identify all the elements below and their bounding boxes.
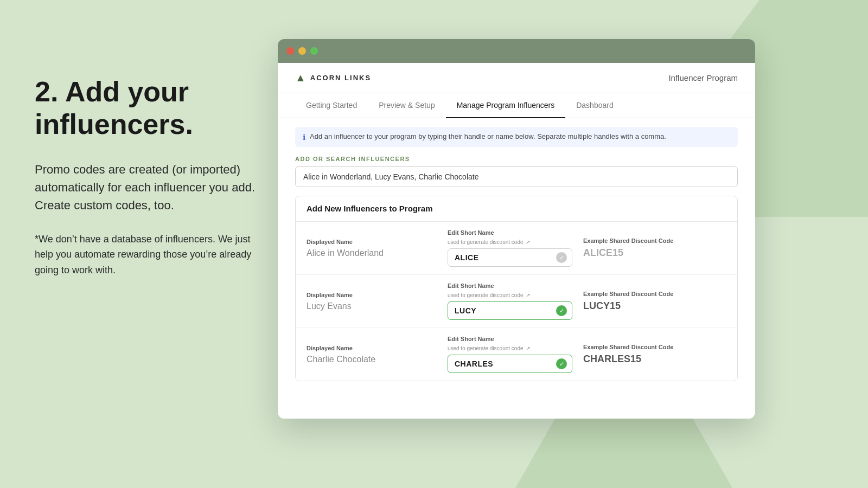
discount-col-3: Example Shared Discount Code CHARLES15: [583, 344, 726, 365]
short-name-input-2[interactable]: [448, 301, 572, 320]
tab-dashboard[interactable]: Dashboard: [565, 93, 624, 118]
browser-window: ▲ ACORN LINKS Influencer Program Getting…: [278, 39, 755, 419]
col-label-discount-2: Example Shared Discount Code: [583, 291, 726, 297]
table-row: Displayed Name Lucy Evans Edit Short Nam…: [296, 275, 737, 328]
col-sublabel-3: used to generate discount code ↗: [448, 345, 572, 351]
app-logo: ▲ ACORN LINKS: [295, 72, 371, 84]
info-text: Add an influencer to your program by typ…: [310, 132, 666, 140]
discount-col-2: Example Shared Discount Code LUCY15: [583, 291, 726, 312]
short-name-col-2: Edit Short Name used to generate discoun…: [448, 282, 572, 320]
discount-col-1: Example Shared Discount Code ALICE15: [583, 237, 726, 259]
influencers-section: Add New Influencers to Program Displayed…: [295, 196, 738, 381]
table-row: Displayed Name Alice in Wonderland Edit …: [296, 222, 737, 275]
footnote: *We don’t have a database of influencers…: [35, 232, 263, 278]
short-name-wrap-2: ✓: [448, 301, 572, 320]
col-label-short-2: Edit Short Name: [448, 282, 572, 289]
info-icon: ℹ: [303, 133, 305, 142]
search-section: ADD OR SEARCH INFLUENCERS: [278, 156, 755, 187]
influencer-name-1: Alice in Wonderland: [307, 248, 437, 258]
logo-text: ACORN LINKS: [310, 74, 371, 82]
displayed-name-col-2: Displayed Name Lucy Evans: [307, 292, 437, 311]
input-pending-icon-1: ✓: [556, 252, 567, 263]
app-content: ▲ ACORN LINKS Influencer Program Getting…: [278, 63, 755, 419]
influencer-name-3: Charlie Chocolate: [307, 355, 437, 364]
influencer-name-2: Lucy Evans: [307, 301, 437, 311]
short-name-input-3[interactable]: [448, 355, 572, 373]
arrow-icon-1: ↗: [526, 239, 530, 245]
discount-code-2: LUCY15: [583, 300, 726, 312]
short-name-col-1: Edit Short Name used to generate discoun…: [448, 229, 572, 267]
program-label: Influencer Program: [668, 73, 738, 82]
arrow-icon-3: ↗: [526, 345, 530, 351]
displayed-name-col-1: Displayed Name Alice in Wonderland: [307, 239, 437, 258]
logo-icon: ▲: [295, 72, 306, 84]
displayed-name-col-3: Displayed Name Charlie Chocolate: [307, 345, 437, 364]
headline: 2. Add your influencers.: [35, 76, 263, 141]
tab-manage-influencers[interactable]: Manage Program Influencers: [446, 93, 566, 118]
col-label-short-3: Edit Short Name: [448, 336, 572, 342]
close-button[interactable]: [286, 47, 294, 55]
left-panel: 2. Add your influencers. Promo codes are…: [35, 76, 263, 278]
tab-preview-setup[interactable]: Preview & Setup: [368, 93, 446, 118]
browser-titlebar: [278, 39, 755, 63]
app-header: ▲ ACORN LINKS Influencer Program: [278, 63, 755, 93]
short-name-col-3: Edit Short Name used to generate discoun…: [448, 336, 572, 373]
tab-getting-started[interactable]: Getting Started: [295, 93, 368, 118]
short-name-wrap-1: ✓: [448, 248, 572, 267]
short-name-input-1[interactable]: [448, 248, 572, 267]
col-label-short-1: Edit Short Name: [448, 229, 572, 236]
col-label-displayed-2: Displayed Name: [307, 292, 437, 298]
col-sublabel-1: used to generate discount code ↗: [448, 239, 572, 245]
body-text: Promo codes are created (or imported) au…: [35, 160, 263, 214]
info-bar: ℹ Add an influencer to your program by t…: [295, 127, 738, 147]
search-label: ADD OR SEARCH INFLUENCERS: [295, 156, 738, 162]
col-sublabel-2: used to generate discount code ↗: [448, 292, 572, 298]
influencers-title: Add New Influencers to Program: [307, 204, 433, 213]
discount-code-3: CHARLES15: [583, 354, 726, 365]
input-check-icon-2: ✓: [556, 305, 567, 316]
discount-code-1: ALICE15: [583, 247, 726, 259]
search-input[interactable]: [295, 166, 738, 187]
table-row: Displayed Name Charlie Chocolate Edit Sh…: [296, 328, 737, 381]
nav-tabs: Getting Started Preview & Setup Manage P…: [278, 93, 755, 118]
arrow-icon-2: ↗: [526, 292, 530, 298]
input-check-icon-3: ✓: [556, 358, 567, 369]
col-label-discount-1: Example Shared Discount Code: [583, 237, 726, 244]
minimize-button[interactable]: [298, 47, 306, 55]
col-label-discount-3: Example Shared Discount Code: [583, 344, 726, 350]
maximize-button[interactable]: [310, 47, 318, 55]
col-label-displayed-1: Displayed Name: [307, 239, 437, 245]
col-label-displayed-3: Displayed Name: [307, 345, 437, 351]
short-name-wrap-3: ✓: [448, 355, 572, 373]
influencers-header: Add New Influencers to Program: [296, 196, 737, 222]
